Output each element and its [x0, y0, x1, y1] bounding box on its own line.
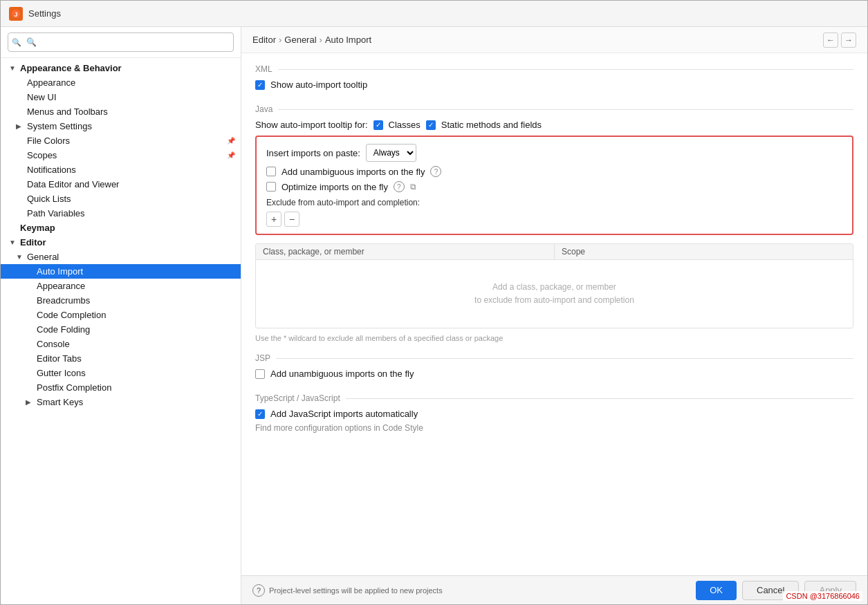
- back-button[interactable]: ←: [823, 32, 838, 48]
- remove-exclude-button[interactable]: −: [284, 212, 299, 227]
- sidebar-item-label: New UI: [27, 92, 235, 102]
- sidebar-item-label: Data Editor and Viewer: [27, 179, 235, 189]
- sidebar-item-label: Editor: [20, 237, 235, 248]
- jsp-unambiguous-checkbox[interactable]: [255, 369, 265, 379]
- sidebar-item-editor-tabs[interactable]: Editor Tabs: [1, 351, 241, 366]
- sidebar-item-appearance-behavior[interactable]: ▼ Appearance & Behavior: [1, 61, 241, 75]
- breadcrumb-sep2: ›: [320, 35, 322, 45]
- add-exclude-button[interactable]: +: [266, 212, 281, 227]
- java-optimize-checkbox[interactable]: [266, 182, 276, 192]
- java-tooltip-for-row: Show auto-import tooltip for: Classes St…: [255, 120, 853, 130]
- help-icon-optimize[interactable]: ?: [394, 181, 405, 192]
- java-unambiguous-row: Add unambiguous imports on the fly ?: [266, 166, 842, 177]
- sidebar-item-appearance-editor[interactable]: Appearance: [1, 279, 241, 293]
- jsp-unambiguous-label: Add unambiguous imports on the fly: [270, 369, 414, 379]
- sidebar-tree: ▼ Appearance & Behavior Appearance New U…: [1, 58, 241, 604]
- sidebar-item-scopes[interactable]: Scopes 📌: [1, 148, 241, 162]
- sidebar-item-quick-lists[interactable]: Quick Lists: [1, 192, 241, 206]
- bottom-bar: ? Project-level settings will be applied…: [241, 575, 867, 604]
- sidebar-item-label: Code Completion: [37, 310, 235, 320]
- sidebar-item-keymap[interactable]: Keymap: [1, 221, 241, 235]
- sidebar-item-label: General: [27, 252, 235, 262]
- search-box[interactable]: [1, 27, 241, 58]
- expand-arrow: ▶: [16, 122, 26, 130]
- sidebar-item-label: Menus and Toolbars: [27, 106, 235, 117]
- sidebar-item-code-completion[interactable]: Code Completion: [1, 308, 241, 322]
- insert-imports-label: Insert imports on paste:: [266, 148, 360, 158]
- java-classes-checkbox[interactable]: [373, 120, 383, 130]
- titlebar: J Settings: [1, 1, 867, 27]
- help-circle-icon[interactable]: ?: [252, 584, 265, 597]
- sidebar-item-notifications[interactable]: Notifications: [1, 162, 241, 177]
- expand-arrow: ▼: [9, 239, 19, 246]
- java-unambiguous-checkbox[interactable]: [266, 167, 276, 176]
- help-icon-unambiguous[interactable]: ?: [430, 166, 441, 177]
- sidebar-item-code-folding[interactable]: Code Folding: [1, 322, 241, 337]
- ts-section-label: TypeScript / JavaScript: [255, 393, 853, 403]
- sidebar-item-editor[interactable]: ▼ Editor: [1, 235, 241, 250]
- insert-imports-row: Insert imports on paste: Always Ask Neve…: [266, 144, 842, 162]
- sidebar-item-label: Auto Import: [37, 266, 235, 277]
- sidebar-item-data-editor[interactable]: Data Editor and Viewer: [1, 177, 241, 192]
- sidebar-item-system-settings[interactable]: ▶ System Settings: [1, 119, 241, 133]
- breadcrumb-sep1: ›: [279, 35, 281, 45]
- sidebar-item-new-ui[interactable]: New UI: [1, 90, 241, 104]
- ok-button[interactable]: OK: [696, 581, 737, 600]
- sidebar-item-label: Postfix Completion: [37, 382, 235, 393]
- forward-button[interactable]: →: [841, 32, 856, 48]
- sidebar-item-label: Editor Tabs: [37, 353, 235, 364]
- sidebar-item-file-colors[interactable]: File Colors 📌: [1, 133, 241, 148]
- sidebar-item-label: Appearance & Behavior: [20, 63, 235, 73]
- xml-tooltip-label: Show auto-import tooltip: [270, 80, 367, 90]
- java-unambiguous-label: Add unambiguous imports on the fly: [281, 167, 425, 177]
- exclude-table: Class, package, or member Scope Add a cl…: [255, 243, 853, 328]
- table-col-class: Class, package, or member: [256, 244, 554, 259]
- sidebar-item-auto-import[interactable]: Auto Import: [1, 264, 241, 279]
- expand-arrow: ▶: [26, 398, 35, 406]
- table-empty-line1: Add a class, package, or member: [263, 281, 846, 294]
- insert-imports-dropdown[interactable]: Always Ask Never: [366, 144, 416, 162]
- settings-body: XML Show auto-import tooltip Java Show a…: [241, 53, 867, 575]
- ts-find-more: Find more configuration options in Code …: [255, 423, 853, 433]
- java-settings-box: Insert imports on paste: Always Ask Neve…: [255, 136, 853, 235]
- sidebar-item-label: Breadcrumbs: [37, 295, 235, 306]
- xml-tooltip-checkbox[interactable]: [255, 80, 265, 90]
- sidebar-item-menus-toolbars[interactable]: Menus and Toolbars: [1, 104, 241, 119]
- sidebar-item-label: Keymap: [20, 223, 235, 233]
- sidebar-item-label: Path Variables: [27, 208, 235, 218]
- sidebar-item-path-variables[interactable]: Path Variables: [1, 206, 241, 221]
- expand-arrow: ▼: [9, 64, 19, 72]
- sidebar-item-label: System Settings: [27, 121, 235, 131]
- sidebar-item-label: Scopes: [27, 150, 224, 160]
- sidebar-item-gutter-icons[interactable]: Gutter Icons: [1, 366, 241, 380]
- java-section-label: Java: [255, 104, 853, 114]
- sidebar-item-label: Quick Lists: [27, 194, 235, 204]
- java-optimize-label: Optimize imports on the fly: [281, 182, 388, 192]
- jsp-unambiguous-row: Add unambiguous imports on the fly: [255, 369, 853, 379]
- java-static-checkbox[interactable]: [426, 120, 436, 130]
- sidebar-item-console[interactable]: Console: [1, 337, 241, 351]
- hint-text: Project-level settings will be applied t…: [269, 586, 443, 595]
- settings-panel: Editor › General › Auto Import ← → XML S…: [241, 27, 867, 604]
- breadcrumb-general: General: [284, 35, 316, 45]
- table-header: Class, package, or member Scope: [256, 244, 853, 260]
- table-empty: Add a class, package, or member to exclu…: [256, 260, 853, 328]
- window-title: Settings: [28, 8, 61, 19]
- ts-js-checkbox[interactable]: [255, 409, 265, 419]
- breadcrumb-editor: Editor: [252, 35, 276, 45]
- sidebar-item-breadcrumbs[interactable]: Breadcrumbs: [1, 293, 241, 308]
- sidebar-item-postfix-completion[interactable]: Postfix Completion: [1, 380, 241, 395]
- sidebar-item-label: Smart Keys: [37, 397, 235, 407]
- ts-js-row: Add JavaScript imports automatically: [255, 409, 853, 419]
- java-optimize-row: Optimize imports on the fly ? ⧉: [266, 181, 842, 192]
- wildcard-hint: Use the * wildcard to exclude all member…: [255, 334, 853, 342]
- java-classes-label: Classes: [389, 120, 421, 130]
- search-input[interactable]: [8, 32, 234, 52]
- copy-icon[interactable]: ⧉: [410, 182, 416, 192]
- sidebar-item-label: Code Folding: [37, 324, 235, 335]
- sidebar-item-general[interactable]: ▼ General: [1, 250, 241, 264]
- ts-js-label: Add JavaScript imports automatically: [270, 409, 418, 419]
- xml-tooltip-row: Show auto-import tooltip: [255, 80, 853, 90]
- sidebar-item-smart-keys[interactable]: ▶ Smart Keys: [1, 395, 241, 409]
- sidebar-item-appearance[interactable]: Appearance: [1, 75, 241, 90]
